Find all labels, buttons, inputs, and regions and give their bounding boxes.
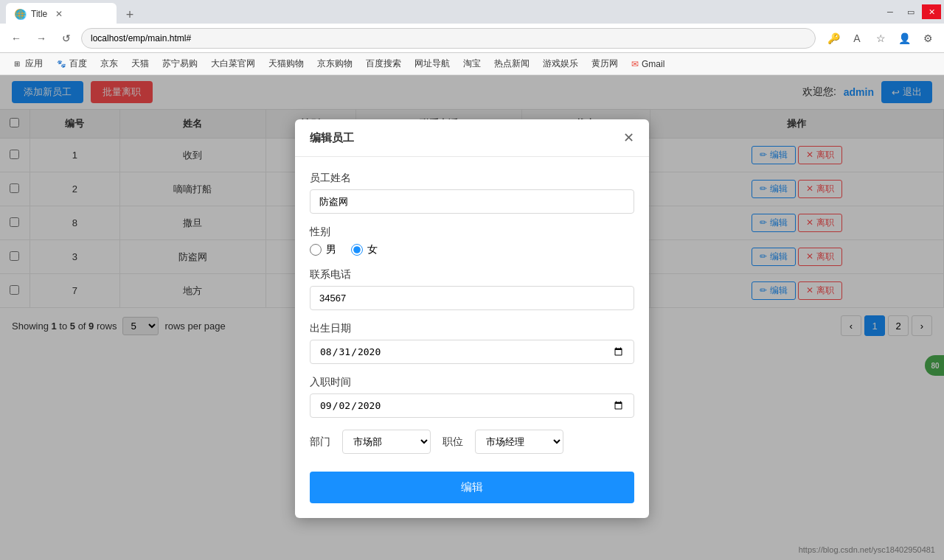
- modal-title: 编辑员工: [310, 131, 354, 145]
- tab-title: Title: [31, 9, 47, 19]
- gender-male-label: 男: [326, 243, 336, 256]
- page-content: 添加新员工 批量离职 欢迎您: admin ↩ 退出 编号 姓名: [0, 75, 944, 560]
- address-input[interactable]: [81, 28, 816, 49]
- browser-tab[interactable]: 🌐 Title ✕: [6, 3, 117, 25]
- jd-shop-label: 京东购物: [317, 57, 353, 70]
- window-controls: ─ ▭ ✕: [881, 4, 941, 19]
- dabai-label: 大白菜官网: [211, 57, 255, 70]
- birth-date-group: 出生日期: [310, 322, 634, 364]
- news-label: 热点新闻: [494, 57, 530, 70]
- browser-window: 🌐 Title ✕ + ─ ▭ ✕ ← → ↺ 🔑 A ☆ 👤 ⚙ ⊞ 应用: [0, 0, 944, 560]
- games-label: 游戏娱乐: [543, 57, 578, 70]
- gender-male-radio[interactable]: [310, 244, 322, 256]
- taobao-label: 淘宝: [463, 57, 481, 70]
- tab-close-button[interactable]: ✕: [53, 8, 65, 20]
- bookmark-tianmao-shop[interactable]: 天猫购物: [263, 55, 310, 72]
- edit-employee-modal: 编辑员工 ✕ 员工姓名 性别 男: [295, 119, 649, 518]
- phone-label: 联系电话: [310, 268, 634, 281]
- baidu-search-label: 百度搜索: [366, 57, 401, 70]
- jd-label: 京东: [100, 57, 118, 70]
- gmail-label: Gmail: [642, 59, 664, 69]
- nav-label: 网址导航: [414, 57, 450, 70]
- tab-favicon: 🌐: [15, 9, 25, 19]
- bookmark-apps[interactable]: ⊞ 应用: [6, 55, 49, 72]
- bookmark-suning[interactable]: 苏宁易购: [156, 55, 204, 72]
- birth-date-input[interactable]: [310, 340, 634, 364]
- birth-date-label: 出生日期: [310, 322, 634, 335]
- bookmark-games[interactable]: 游戏娱乐: [537, 55, 584, 72]
- bookmark-jd[interactable]: 京东: [94, 55, 124, 72]
- gender-female-option[interactable]: 女: [351, 243, 378, 256]
- maximize-button[interactable]: ▭: [901, 4, 920, 19]
- toolbar-icons: 🔑 A ☆ 👤 ⚙: [823, 28, 938, 49]
- gender-female-label: 女: [367, 243, 378, 256]
- bookmark-label: 百度: [69, 57, 87, 70]
- refresh-button[interactable]: ↺: [56, 28, 77, 49]
- position-select[interactable]: 市场经理 技术经理 人事经理 财务经理: [475, 430, 563, 454]
- title-bar: 🌐 Title ✕ + ─ ▭ ✕: [0, 0, 944, 24]
- gender-male-option[interactable]: 男: [310, 243, 336, 256]
- bookmark-almanac[interactable]: 黄历网: [586, 55, 624, 72]
- close-button[interactable]: ✕: [922, 4, 941, 19]
- tianmao-shop-label: 天猫购物: [268, 57, 304, 70]
- phone-group: 联系电话: [310, 268, 634, 310]
- suning-label: 苏宁易购: [162, 57, 198, 70]
- modal-body: 员工姓名 性别 男 女: [295, 157, 649, 518]
- bookmark-news[interactable]: 热点新闻: [488, 55, 535, 72]
- modal-close-button[interactable]: ✕: [623, 130, 634, 146]
- address-bar-row: ← → ↺ 🔑 A ☆ 👤 ⚙: [0, 24, 944, 53]
- gender-radio-group: 男 女: [310, 243, 634, 256]
- employee-name-input[interactable]: [310, 189, 634, 214]
- modal-overlay: 编辑员工 ✕ 员工姓名 性别 男: [0, 75, 944, 560]
- bookmark-dabai[interactable]: 大白菜官网: [205, 55, 261, 72]
- phone-input[interactable]: [310, 286, 634, 310]
- bookmark-baidu[interactable]: 🐾 百度: [50, 55, 93, 72]
- profile-icon[interactable]: 👤: [894, 28, 914, 49]
- key-icon[interactable]: 🔑: [823, 28, 844, 49]
- forward-button[interactable]: →: [31, 28, 52, 49]
- gender-group: 性别 男 女: [310, 225, 634, 256]
- gmail-icon: ✉: [631, 59, 639, 69]
- apps-icon: ⊞: [12, 59, 22, 69]
- bookmark-taobao[interactable]: 淘宝: [457, 55, 487, 72]
- bookmark-label: 应用: [25, 57, 43, 70]
- new-tab-button[interactable]: +: [119, 4, 140, 25]
- position-label: 职位: [442, 435, 463, 449]
- tianmao-label: 天猫: [131, 57, 149, 70]
- department-select[interactable]: 市场部 技术部 人事部 财务部: [342, 430, 431, 454]
- gender-female-radio[interactable]: [351, 244, 363, 256]
- bookmark-tianmao[interactable]: 天猫: [125, 55, 155, 72]
- settings-icon[interactable]: ⚙: [917, 28, 938, 49]
- tab-bar: 🌐 Title ✕ +: [3, 0, 881, 25]
- bookmark-baidu-search[interactable]: 百度搜索: [360, 55, 407, 72]
- bookmark-gmail[interactable]: ✉ Gmail: [625, 57, 670, 71]
- submit-button[interactable]: 编辑: [310, 472, 634, 503]
- employee-name-group: 员工姓名: [310, 172, 634, 214]
- join-date-input[interactable]: [310, 393, 634, 418]
- bookmark-star-icon[interactable]: ☆: [870, 28, 891, 49]
- join-date-label: 入职时间: [310, 376, 634, 389]
- baidu-icon: 🐾: [56, 59, 66, 69]
- almanac-label: 黄历网: [591, 57, 618, 70]
- minimize-button[interactable]: ─: [881, 4, 900, 19]
- gender-label: 性别: [310, 225, 634, 239]
- department-label: 部门: [310, 435, 330, 449]
- modal-header: 编辑员工 ✕: [295, 119, 649, 157]
- employee-name-label: 员工姓名: [310, 172, 634, 185]
- join-date-group: 入职时间: [310, 376, 634, 418]
- bookmark-nav[interactable]: 网址导航: [409, 55, 456, 72]
- translate-icon[interactable]: A: [847, 28, 867, 49]
- back-button[interactable]: ←: [6, 28, 27, 49]
- bookmarks-bar: ⊞ 应用 🐾 百度 京东 天猫 苏宁易购 大白菜官网 天猫购物 京东购物 百度搜…: [0, 53, 944, 75]
- dept-position-group: 部门 市场部 技术部 人事部 财务部 职位 市场经理 技术经理: [310, 430, 634, 454]
- bookmark-jd-shop[interactable]: 京东购物: [311, 55, 358, 72]
- dept-position-row: 部门 市场部 技术部 人事部 财务部 职位 市场经理 技术经理: [310, 430, 634, 454]
